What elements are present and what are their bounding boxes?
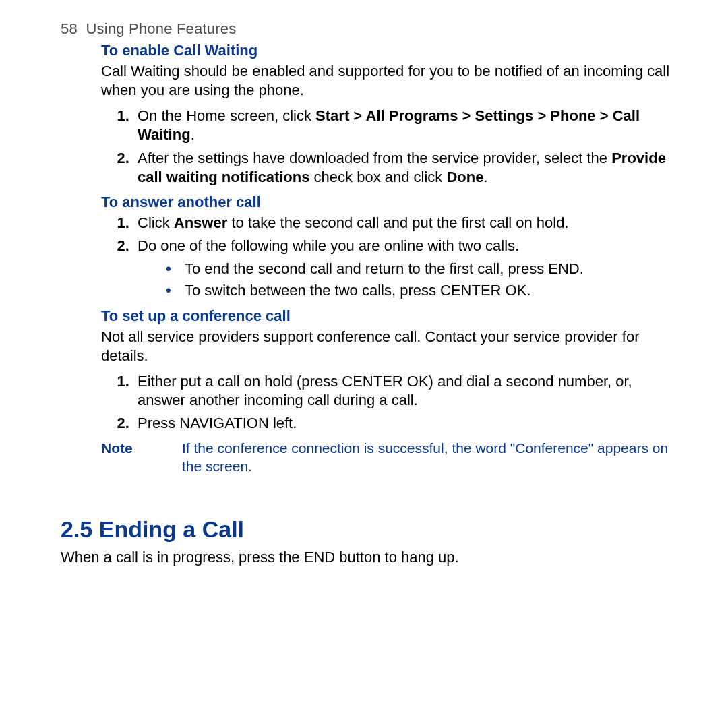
running-header: 58 Using Phone Features xyxy=(61,20,681,38)
step-text: . xyxy=(191,126,195,143)
step-text: to take the second call and put the firs… xyxy=(227,214,568,231)
step-item: On the Home screen, click Start > All Pr… xyxy=(133,107,681,144)
step-bold: Answer xyxy=(174,214,227,231)
steps-enable-call-waiting: On the Home screen, click Start > All Pr… xyxy=(101,107,681,187)
step-bold: Done xyxy=(446,169,483,185)
intro-enable-call-waiting: Call Waiting should be enabled and suppo… xyxy=(101,62,681,100)
step-text: Click xyxy=(138,214,174,231)
intro-conference: Not all service providers support confer… xyxy=(101,328,681,365)
section-body-ending: When a call is in progress, press the EN… xyxy=(61,548,681,567)
sub-bullets: To end the second call and return to the… xyxy=(138,260,681,300)
section-heading-ending: 2.5 Ending a Call xyxy=(61,516,681,543)
subheading-enable-call-waiting: To enable Call Waiting xyxy=(101,42,681,59)
step-text: After the settings have downloaded from … xyxy=(138,150,611,166)
manual-page: 58 Using Phone Features To enable Call W… xyxy=(0,0,728,567)
note-text: If the conference connection is successf… xyxy=(182,439,681,476)
chapter-title: Using Phone Features xyxy=(86,20,237,37)
step-text: On the Home screen, click xyxy=(138,107,315,124)
step-item: Press NAVIGATION left. xyxy=(133,414,681,433)
step-text: . xyxy=(483,169,487,185)
step-item: After the settings have downloaded from … xyxy=(133,149,681,187)
subheading-answer-another: To answer another call xyxy=(101,193,681,211)
bullet-item: To switch between the two calls, press C… xyxy=(166,281,681,300)
note-label: Note xyxy=(101,439,182,476)
page-number: 58 xyxy=(61,20,78,37)
steps-conference: Either put a call on hold (press CENTER … xyxy=(101,372,681,433)
step-text: Do one of the following while you are on… xyxy=(138,237,519,254)
step-item: Either put a call on hold (press CENTER … xyxy=(133,372,681,410)
bullet-item: To end the second call and return to the… xyxy=(166,260,681,278)
step-item: Do one of the following while you are on… xyxy=(133,237,681,300)
step-item: Click Answer to take the second call and… xyxy=(133,214,681,233)
step-text: check box and click xyxy=(309,169,446,185)
subheading-conference: To set up a conference call xyxy=(101,307,681,325)
note-block: Note If the conference connection is suc… xyxy=(101,439,681,476)
steps-answer-another: Click Answer to take the second call and… xyxy=(101,214,681,301)
